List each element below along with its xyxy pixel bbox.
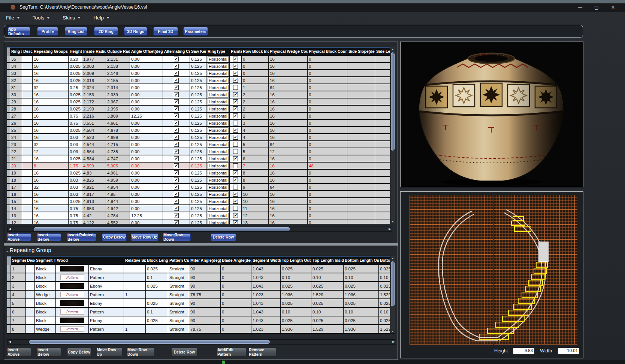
cell-kerf[interactable]: 0.125 [190, 148, 206, 155]
scroll-up-icon[interactable]: ▲ [390, 257, 395, 260]
menu-help[interactable]: Help [89, 13, 114, 22]
checkbox-painted[interactable]: ✓ [233, 220, 238, 224]
ringtype-value[interactable]: Horizontal [208, 113, 229, 119]
checkbox-alt[interactable]: ✓ [174, 106, 179, 111]
cell-painted[interactable] [230, 141, 242, 148]
maximize-button[interactable]: ▢ [588, 3, 605, 12]
cell-groups[interactable]: 16 [33, 155, 69, 162]
copy-below-button[interactable]: Copy Below [102, 233, 127, 241]
ring-table-vertical-scrollbar[interactable]: ▲ ▼ [390, 47, 395, 224]
ringtype-value[interactable]: Horizontal [208, 206, 229, 212]
cell-alt[interactable]: ✓ [163, 70, 190, 76]
ringtype-value[interactable]: Horizontal [208, 142, 229, 148]
cell-kerf[interactable]: 0.125 [190, 63, 206, 69]
cell-desc[interactable] [26, 265, 35, 273]
scroll-down-icon[interactable]: ▼ [390, 330, 395, 333]
cell-wood[interactable]: Pattern [89, 308, 124, 316]
cell-painted[interactable]: ✓ [230, 191, 242, 197]
cell-painted[interactable]: ✓ [230, 134, 242, 140]
ring-table-row[interactable]: 27160.752.2163.80912.25✓0.125Horizontal✓… [7, 113, 390, 120]
cell-groups[interactable]: 8 [33, 163, 69, 169]
cell-type[interactable]: Horizontal [206, 212, 230, 219]
cell-wood[interactable]: Pattern [89, 325, 124, 333]
row-selector[interactable] [7, 184, 10, 190]
checkbox-alt[interactable]: ✓ [174, 71, 179, 76]
cell-desc[interactable] [22, 77, 33, 84]
cell-alt[interactable]: ✓ [163, 106, 190, 112]
cell-height[interactable]: 0.025 [69, 70, 82, 76]
row-selector[interactable] [7, 98, 10, 105]
checkbox-alt[interactable]: ✓ [174, 99, 179, 104]
cell-type[interactable]: Horizontal [206, 134, 230, 140]
ringtype-value[interactable]: Horizontal [208, 70, 229, 76]
cell-desc[interactable] [22, 91, 33, 98]
minimize-button[interactable]: — [572, 3, 588, 12]
segment-table-row[interactable]: 6BlockPatternPattern0.1Straight9001.0430… [7, 308, 390, 316]
scroll-right-icon[interactable]: ▶ [391, 340, 396, 344]
cell-kerf[interactable]: 0.125 [190, 84, 206, 91]
cell-desc[interactable] [22, 63, 33, 69]
ring-table-row[interactable]: 29160.0252.1722.3670.00✓0.125Horizontal✓… [7, 98, 390, 106]
cell-painted[interactable]: ✓ [230, 170, 242, 176]
cell-angle[interactable]: 0.00 [130, 134, 163, 140]
cell-blen[interactable] [146, 325, 168, 333]
row-selector[interactable] [7, 308, 11, 316]
cell-angle[interactable]: 0.00 [130, 198, 163, 204]
cell-type[interactable]: Horizontal [206, 63, 230, 69]
segment-table-vertical-scrollbar[interactable]: ▲ ▼ [390, 256, 395, 334]
cell-alt[interactable]: ✓ [163, 212, 190, 219]
cell-type[interactable]: Wedge [35, 325, 56, 333]
cell-painted[interactable]: ✓ [230, 198, 242, 204]
row-selector[interactable] [7, 291, 11, 298]
cell-height[interactable]: 0.25 [69, 84, 82, 91]
cell-painted[interactable]: ✓ [230, 212, 242, 219]
move-row-down-button[interactable]: Move Row Down [163, 233, 191, 241]
checkbox-painted[interactable] [233, 85, 238, 90]
checkbox-painted[interactable]: ✓ [233, 99, 238, 104]
cell-desc[interactable] [22, 84, 33, 91]
parameters-button[interactable]: Parameters [183, 27, 208, 36]
cell-height[interactable]: 0.75 [69, 120, 82, 126]
row-selector[interactable] [7, 106, 10, 112]
checkbox-alt[interactable]: ✓ [174, 92, 179, 97]
cell-desc[interactable] [26, 291, 35, 298]
cell-desc[interactable] [22, 184, 33, 190]
profile-button[interactable]: Profile [37, 27, 58, 36]
ringtype-value[interactable]: Horizontal [208, 120, 229, 126]
cell-type[interactable]: Block [35, 299, 56, 307]
checkbox-alt[interactable]: ✓ [174, 64, 179, 69]
cell-angle[interactable]: 0.00 [130, 91, 163, 98]
3d-rings-button[interactable]: 3D Rings [124, 27, 147, 36]
cell-blen[interactable]: 0.025 [146, 316, 168, 324]
cell-groups[interactable]: 16 [33, 134, 69, 140]
cell-height[interactable]: 0.03 [69, 148, 82, 155]
ringtype-value[interactable]: Horizontal [208, 127, 229, 133]
cell-rel[interactable]: 1 [124, 291, 146, 298]
cell-alt[interactable]: ✓ [163, 219, 190, 224]
cell-desc[interactable] [26, 273, 35, 281]
cell-type[interactable]: Block [35, 282, 56, 290]
checkbox-painted[interactable]: ✓ [233, 106, 238, 111]
cell-desc[interactable] [22, 56, 33, 62]
cell-alt[interactable]: ✓ [163, 170, 190, 176]
cell-height[interactable]: 0.75 [69, 219, 82, 224]
cell-angle[interactable]: 0.00 [130, 205, 163, 212]
cell-desc[interactable] [22, 134, 33, 140]
ring-list-button[interactable]: Ring List [65, 27, 87, 36]
titlebar[interactable]: SegTurn: C:\Users\Andy\Documents\wood\An… [0, 3, 625, 12]
cell-wood-swatch[interactable]: Pattern [56, 291, 89, 298]
row-selector[interactable] [7, 56, 10, 62]
segment-table-row[interactable]: 4WedgePatternPattern1Straight78.7501.023… [7, 291, 390, 299]
cell-desc[interactable] [22, 219, 33, 224]
row-selector[interactable] [7, 84, 10, 91]
cell-wood-swatch[interactable] [56, 299, 89, 307]
ring-table-row[interactable]: 34160.0252.0032.1380.00✓0.125Horizontal✓… [7, 63, 390, 70]
row-selector[interactable] [7, 141, 10, 148]
ring-table-row[interactable]: 28160.0252.1932.3950.00✓0.125Horizontal✓… [7, 106, 390, 113]
cell-alt[interactable]: ✓ [163, 63, 190, 69]
cell-angle[interactable]: 0.00 [130, 141, 163, 148]
ring-table-row[interactable]: 22120.034.5644.7350.00✓0.125Horizontal51… [7, 148, 390, 155]
cell-pcut[interactable]: Straight [168, 299, 189, 307]
cell-height[interactable]: 0.025 [69, 77, 82, 84]
checkbox-painted[interactable] [233, 206, 238, 211]
